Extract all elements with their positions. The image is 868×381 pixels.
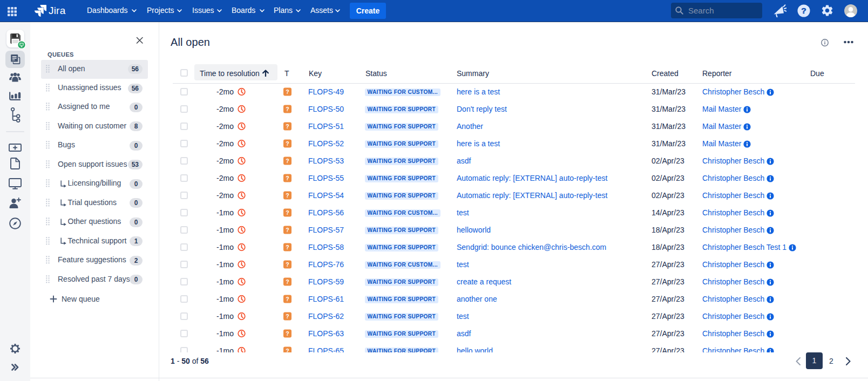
- svg-text:?: ?: [801, 6, 806, 15]
